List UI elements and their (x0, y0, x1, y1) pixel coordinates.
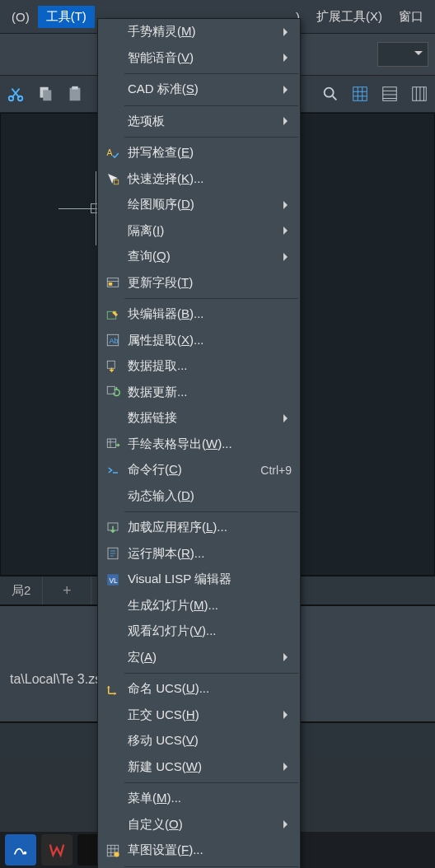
svg-rect-5 (72, 86, 77, 90)
blank-icon (103, 649, 123, 665)
field-icon (103, 274, 123, 291)
menu-item[interactable]: 加载应用程序(L)... (98, 515, 300, 541)
menu-item-label: 加载应用程序(L)... (128, 520, 292, 535)
menu-separator (124, 866, 298, 867)
svg-rect-18 (107, 361, 115, 368)
submenu-arrow-icon (283, 117, 292, 125)
menu-extend[interactable]: 扩展工具(X) (308, 6, 391, 28)
menu-item[interactable]: A拼写检查(E) (98, 140, 300, 166)
submenu-arrow-icon (283, 226, 292, 235)
layout-tab[interactable]: 局2 (0, 576, 43, 604)
paste-icon[interactable] (64, 83, 86, 105)
menu-item[interactable]: 隔离(I) (98, 218, 300, 245)
taskbar-app-1[interactable] (5, 834, 36, 866)
submenu-arrow-icon (283, 86, 292, 94)
menu-item[interactable]: 选项板 (98, 109, 300, 135)
script-icon (103, 545, 123, 562)
menu-separator (124, 137, 298, 138)
menu-format[interactable]: (O) (3, 7, 38, 27)
menu-item[interactable]: 快速选择(K)... (98, 166, 300, 193)
menu-item[interactable]: 移动 UCS(V) (98, 728, 300, 754)
grid-icon-2[interactable] (379, 83, 400, 105)
menu-separator (124, 673, 298, 674)
menu-item-label: 自定义(O) (128, 817, 278, 833)
menu-item[interactable]: 查询(Q) (98, 244, 300, 270)
menu-item[interactable]: 数据提取... (98, 353, 300, 380)
menu-item-label: 数据提取... (128, 358, 292, 374)
menu-item-label: 手绘表格导出(W)... (128, 436, 292, 452)
menu-window[interactable]: 窗口 (391, 6, 432, 28)
dext-icon (103, 358, 123, 375)
submenu-arrow-icon (283, 253, 292, 261)
menu-item[interactable]: 生成幻灯片(M)... (98, 593, 300, 619)
menu-item-label: 动态输入(D) (128, 488, 292, 504)
svg-rect-20 (107, 439, 116, 448)
menu-item[interactable]: 手势精灵(M) (98, 19, 300, 45)
menu-item[interactable]: 手绘表格导出(W)... (98, 432, 300, 458)
menu-item-label: 运行脚本(R)... (128, 546, 292, 562)
blank-icon (103, 49, 123, 66)
menu-item-label: 数据链接 (128, 410, 278, 426)
menu-item[interactable]: 块编辑器(B)... (98, 301, 300, 328)
menu-item-label: 选项板 (128, 114, 278, 129)
menu-item[interactable]: 命名 UCS(U)... (98, 676, 300, 702)
svg-point-1 (18, 96, 23, 101)
menu-separator (124, 298, 298, 299)
menu-item[interactable]: 数据链接 (98, 405, 300, 432)
add-layout-tab[interactable]: + (43, 576, 91, 604)
blank-icon (103, 816, 123, 833)
menu-item[interactable]: 智能语音(V) (98, 45, 300, 72)
svg-point-26 (115, 852, 119, 856)
menu-item-label: Visual LISP 编辑器 (128, 572, 292, 587)
menu-tools[interactable]: 工具(T) (38, 6, 95, 28)
menu-item[interactable]: 正交 UCS(H) (98, 702, 300, 729)
menu-item[interactable]: 绘图顺序(D) (98, 192, 300, 218)
menu-item-label: 移动 UCS(V) (128, 733, 292, 749)
menu-item[interactable]: 更新字段(T) (98, 270, 300, 296)
submenu-arrow-icon (283, 54, 292, 62)
menu-item[interactable]: 草图设置(F)... (98, 838, 300, 864)
find-icon[interactable] (320, 83, 341, 105)
submenu-arrow-icon (283, 414, 292, 422)
menu-item[interactable]: 数据更新... (98, 380, 300, 406)
tblexp-icon (103, 436, 123, 452)
submenu-arrow-icon (283, 28, 292, 36)
menu-item-label: 草图设置(F)... (128, 842, 292, 858)
submenu-arrow-icon (283, 201, 292, 209)
menu-item[interactable]: 新建 UCS(W) (98, 754, 300, 781)
svg-text:Ab: Ab (110, 337, 119, 345)
menu-item[interactable]: Ab属性提取(X)... (98, 328, 300, 354)
menu-item[interactable]: 菜单(M)... (98, 786, 300, 812)
cut-icon[interactable] (5, 83, 26, 105)
layer-combo[interactable] (377, 42, 428, 67)
blank-icon (103, 488, 123, 504)
menu-item[interactable]: 动态输入(D) (98, 483, 300, 510)
menu-item-label: 块编辑器(B)... (128, 306, 292, 322)
cmdline-icon (103, 462, 123, 478)
blank-icon (103, 197, 123, 213)
svg-rect-14 (109, 282, 113, 286)
qsel-icon (103, 170, 123, 187)
attext-icon: Ab (103, 332, 123, 348)
menu-item[interactable]: 命令行(C)Ctrl+9 (98, 457, 300, 483)
menu-item[interactable]: VLVisual LISP 编辑器 (98, 567, 300, 593)
grid-icon-3[interactable] (409, 83, 430, 105)
dsettings-icon (103, 842, 123, 859)
menu-item[interactable]: 观看幻灯片(V)... (98, 618, 300, 645)
menu-item[interactable]: 自定义(O) (98, 812, 300, 838)
menu-item[interactable]: 宏(A) (98, 645, 300, 671)
menu-item-label: 观看幻灯片(V)... (128, 623, 292, 639)
grid-icon-1[interactable] (349, 83, 371, 105)
menu-item-label: 查询(Q) (128, 249, 278, 264)
taskbar-app-2[interactable] (41, 834, 72, 866)
blank-icon (103, 758, 123, 775)
menu-item[interactable]: CAD 标准(S) (98, 77, 300, 103)
menu-item-shortcut: Ctrl+9 (260, 464, 292, 477)
blank-icon (103, 410, 123, 427)
menu-item-label: 智能语音(V) (128, 50, 278, 66)
copy-icon[interactable] (35, 83, 56, 105)
menu-item[interactable]: 运行脚本(R)... (98, 541, 300, 567)
submenu-arrow-icon (283, 653, 292, 661)
menu-item-label: 数据更新... (128, 385, 292, 400)
vlisp-icon: VL (103, 572, 123, 588)
